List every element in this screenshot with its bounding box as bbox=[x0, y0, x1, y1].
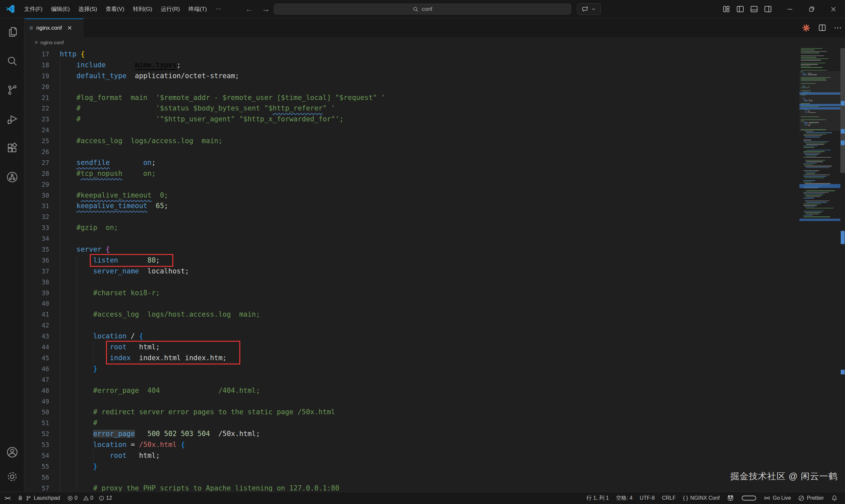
code-line[interactable]: 34 bbox=[25, 233, 797, 244]
line-number[interactable]: 43 bbox=[25, 331, 49, 342]
code-line[interactable]: 17http { bbox=[25, 49, 797, 60]
line-number[interactable]: 18 bbox=[25, 60, 49, 71]
spark-extension-icon[interactable] bbox=[802, 23, 811, 32]
toggle-sidebar-icon[interactable] bbox=[736, 5, 744, 13]
line-number[interactable]: 38 bbox=[25, 277, 49, 288]
prettier-item[interactable]: Prettier bbox=[794, 495, 828, 501]
source-control-icon[interactable] bbox=[0, 78, 24, 102]
go-live-item[interactable]: Go Live bbox=[760, 495, 794, 501]
code-line[interactable]: 27 sendfile on; bbox=[25, 157, 797, 168]
line-number[interactable]: 45 bbox=[25, 353, 49, 363]
code-line[interactable]: 21 #log_format main '$remote_addr - $rem… bbox=[25, 92, 797, 103]
line-number[interactable]: 54 bbox=[25, 450, 49, 461]
line-number[interactable]: 46 bbox=[25, 363, 49, 374]
minimap-slider[interactable] bbox=[799, 71, 840, 131]
line-number[interactable]: 37 bbox=[25, 266, 49, 277]
menu-go[interactable]: 转到(G) bbox=[129, 3, 157, 15]
window-minimize-button[interactable] bbox=[779, 0, 801, 18]
indentation-setting[interactable]: 空格: 4 bbox=[612, 495, 636, 502]
line-number[interactable]: 36 bbox=[25, 255, 49, 266]
tab-close-icon[interactable]: ✕ bbox=[67, 24, 72, 32]
code-line[interactable]: 50 # redirect server error pages to the … bbox=[25, 407, 797, 418]
code-line[interactable]: 48 #error_page 404 /404.html; bbox=[25, 385, 797, 396]
code-editor[interactable]: 17http {18 include mime.types;19 default… bbox=[25, 48, 845, 491]
code-line[interactable]: 55 } bbox=[25, 461, 797, 472]
toggle-panel-icon[interactable] bbox=[750, 5, 758, 13]
menu-file[interactable]: 文件(F) bbox=[20, 3, 47, 15]
line-number[interactable]: 41 bbox=[25, 309, 49, 320]
minimap[interactable] bbox=[799, 48, 840, 233]
line-number[interactable]: 27 bbox=[25, 157, 49, 168]
code-line[interactable]: 54 root html; bbox=[25, 450, 797, 461]
code-line[interactable]: 39 #charset koi8-r; bbox=[25, 288, 797, 299]
line-number[interactable]: 30 bbox=[25, 190, 49, 201]
line-number[interactable]: 51 bbox=[25, 418, 49, 429]
code-line[interactable]: 30 #keepalive_timeout 0; bbox=[25, 190, 797, 201]
code-line[interactable]: 24 bbox=[25, 125, 797, 136]
code-line[interactable]: 31 keepalive_timeout 65; bbox=[25, 200, 797, 212]
vertical-scrollbar[interactable] bbox=[840, 48, 845, 491]
menu-edit[interactable]: 编辑(E) bbox=[47, 3, 74, 15]
customize-layout-icon[interactable] bbox=[722, 5, 730, 13]
split-editor-icon[interactable] bbox=[818, 23, 827, 32]
code-line[interactable]: 46 } bbox=[25, 363, 797, 374]
scrollbar-thumb[interactable] bbox=[840, 48, 845, 173]
line-number[interactable]: 26 bbox=[25, 146, 49, 157]
code-line[interactable]: 33 #gzip on; bbox=[25, 222, 797, 233]
toggle-secondary-sidebar-icon[interactable] bbox=[764, 5, 772, 13]
code-line[interactable]: 18 include mime.types; bbox=[25, 60, 797, 71]
code-line[interactable]: 28 #tcp_nopush on; bbox=[25, 168, 797, 179]
line-number[interactable]: 53 bbox=[25, 439, 49, 450]
line-number[interactable]: 39 bbox=[25, 288, 49, 299]
line-number[interactable]: 44 bbox=[25, 342, 49, 353]
search-sidebar-icon[interactable] bbox=[0, 49, 24, 73]
line-number[interactable]: 24 bbox=[25, 125, 49, 136]
code-line[interactable]: 26 bbox=[25, 146, 797, 157]
line-number[interactable]: 47 bbox=[25, 374, 49, 385]
code-line[interactable]: 29 bbox=[25, 179, 797, 190]
panda-extension-item[interactable] bbox=[723, 494, 738, 502]
line-number[interactable]: 50 bbox=[25, 407, 49, 418]
cursor-position[interactable]: 行 1, 列 1 bbox=[583, 495, 613, 502]
line-number[interactable]: 40 bbox=[25, 298, 49, 309]
language-mode[interactable]: { } NGINX Conf bbox=[679, 495, 723, 501]
line-number[interactable]: 48 bbox=[25, 385, 49, 396]
line-number[interactable]: 23 bbox=[25, 114, 49, 125]
code-line[interactable]: 35 server { bbox=[25, 244, 797, 255]
line-number[interactable]: 29 bbox=[25, 179, 49, 190]
menu-terminal[interactable]: 终端(T) bbox=[184, 3, 211, 15]
code-line[interactable]: 47 bbox=[25, 374, 797, 385]
copilot-button[interactable] bbox=[577, 3, 601, 15]
line-number[interactable]: 32 bbox=[25, 212, 49, 222]
code-line[interactable]: 56 bbox=[25, 472, 797, 483]
nav-back-icon[interactable]: ← bbox=[245, 4, 253, 14]
menu-view[interactable]: 查看(V) bbox=[101, 3, 129, 15]
code-line[interactable]: 25 #access_log logs/access.log main; bbox=[25, 136, 797, 146]
menu-selection[interactable]: 选择(S) bbox=[74, 3, 101, 15]
code-line[interactable]: 20 bbox=[25, 82, 797, 92]
run-debug-icon[interactable] bbox=[0, 107, 24, 131]
code-line[interactable]: 41 #access_log logs/host.access.log main… bbox=[25, 309, 797, 320]
line-number[interactable]: 17 bbox=[25, 49, 49, 60]
line-number[interactable]: 22 bbox=[25, 103, 49, 114]
line-number[interactable]: 55 bbox=[25, 461, 49, 472]
code-line[interactable]: 19 default_type application/octet-stream… bbox=[25, 71, 797, 82]
tab-nginx-conf[interactable]: ≡ nginx.conf ✕ bbox=[25, 18, 84, 37]
notifications-item[interactable] bbox=[828, 495, 842, 501]
window-restore-button[interactable] bbox=[801, 0, 823, 18]
account-icon[interactable] bbox=[0, 440, 24, 464]
line-number[interactable]: 52 bbox=[25, 429, 49, 439]
line-number[interactable]: 20 bbox=[25, 82, 49, 92]
line-number[interactable]: 42 bbox=[25, 320, 49, 331]
code-line[interactable]: 43 location / { bbox=[25, 331, 797, 342]
command-center-search[interactable]: conf bbox=[274, 4, 571, 15]
code-line[interactable]: 22 # '$status $body_bytes_sent "$http_re… bbox=[25, 103, 797, 114]
window-close-button[interactable] bbox=[823, 0, 844, 18]
code-line[interactable]: 37 server_name localhost; bbox=[25, 266, 797, 277]
remote-explorer-icon[interactable] bbox=[0, 165, 24, 189]
code-line[interactable]: 53 location = /50x.html { bbox=[25, 439, 797, 450]
remote-indicator[interactable]: >< bbox=[0, 495, 14, 501]
menu-more[interactable]: ··· bbox=[211, 4, 226, 14]
menu-run[interactable]: 运行(R) bbox=[156, 3, 184, 15]
code-line[interactable]: 38 bbox=[25, 277, 797, 288]
